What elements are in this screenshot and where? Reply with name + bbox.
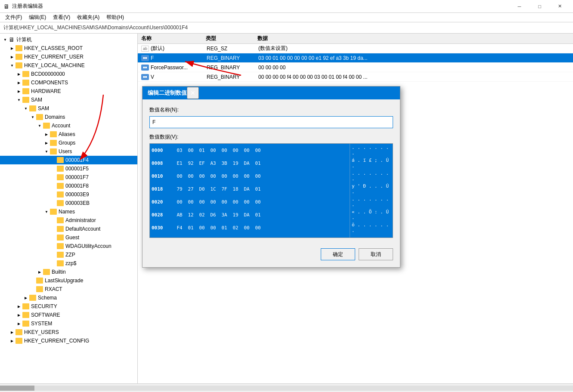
- tree-item-names[interactable]: Names: [0, 207, 137, 216]
- tree-label-wdag: WDAGUtilityAccoun: [65, 243, 112, 249]
- reg-name-f: F: [151, 55, 207, 61]
- tree-item-default-account[interactable]: DefaultAccount: [0, 225, 137, 233]
- reg-icon-v: ■■: [141, 74, 149, 80]
- reg-row-forcepass[interactable]: ■■ ForcePasswor... REG_BINARY 00 00 00 0…: [138, 63, 573, 72]
- hex-ascii-0030: ô . . . . . . .: [350, 221, 393, 234]
- menu-bar: 文件(F) 编辑(E) 查看(V) 收藏夹(A) 帮助(H): [0, 13, 573, 22]
- tree-item-hkcu[interactable]: HKEY_CURRENT_USER: [0, 52, 137, 61]
- tree-item-bcd[interactable]: BCD00000000: [0, 70, 137, 78]
- tree-item-security[interactable]: SECURITY: [0, 302, 137, 311]
- tree-arrow-user-1f7: [50, 174, 57, 181]
- tree-arrow-account: [36, 122, 43, 129]
- tree-arrow-computer: [2, 36, 9, 43]
- tree-item-components[interactable]: COMPONENTS: [0, 78, 137, 87]
- folder-icon-names: [50, 209, 57, 215]
- tree-item-hkcr[interactable]: HKEY_CLASSES_ROOT: [0, 44, 137, 52]
- maximize-button[interactable]: □: [530, 0, 549, 13]
- minimize-button[interactable]: ─: [510, 0, 529, 13]
- reg-row-default[interactable]: ab (默认) REG_SZ (数值未设置): [138, 44, 573, 53]
- close-button[interactable]: ✕: [550, 0, 570, 13]
- tree-item-user-1f8[interactable]: 000001F8: [0, 182, 137, 190]
- dialog-close-button[interactable]: ✕: [187, 87, 199, 99]
- hex-row-0018[interactable]: 0018 7927D01C 7F18DA01 y ' Ð . . . Ú .: [150, 182, 393, 195]
- menu-view[interactable]: 查看(V): [50, 13, 74, 22]
- tree-item-zzp2[interactable]: zzp$: [0, 259, 137, 268]
- hex-row-0030[interactable]: 0030 F4010000 01020000 ô . . . . . . .: [150, 221, 393, 234]
- tree-item-domains[interactable]: Domains: [0, 113, 137, 121]
- tree-arrow-aliases: [43, 131, 50, 138]
- hex-row-0028[interactable]: 0028 AB1202D6 3A19DA01 « . . Ö : . Ú .: [150, 208, 393, 221]
- tree-item-hkcc[interactable]: HKEY_CURRENT_CONFIG: [0, 336, 137, 345]
- folder-icon-schema: [29, 295, 36, 301]
- hex-row-0020[interactable]: 0020 00000000 00000000 . . . . . . . .: [150, 195, 393, 208]
- tree-arrow-user-3eb: [50, 200, 57, 207]
- menu-help[interactable]: 帮助(H): [103, 13, 127, 22]
- col-header-data: 数据: [257, 35, 570, 42]
- menu-file[interactable]: 文件(F): [2, 13, 25, 22]
- tree-item-rxact[interactable]: RXACT: [0, 285, 137, 293]
- reg-row-v[interactable]: ■■ V REG_BINARY 00 00 00 00 f4 00 00 00 …: [138, 72, 573, 82]
- scrollbar-track[interactable]: [0, 386, 573, 391]
- tree-item-sam-inner[interactable]: SAM: [0, 104, 137, 113]
- folder-icon-sam-top: [22, 97, 29, 103]
- tree-item-guest[interactable]: Guest: [0, 233, 137, 242]
- registry-header: 名称 类型 数据: [138, 34, 573, 44]
- tree-arrow-builtin: [36, 269, 43, 275]
- tree-item-software[interactable]: SOFTWARE: [0, 311, 137, 319]
- hex-row-0010[interactable]: 0010 00000000 00000000 . . . . . . . .: [150, 170, 393, 182]
- menu-edit[interactable]: 编辑(E): [25, 13, 50, 22]
- reg-row-f[interactable]: ■■ F REG_BINARY 03 00 01 00 00 00 00 00 …: [138, 53, 573, 63]
- tree-item-user-1f7[interactable]: 000001F7: [0, 173, 137, 182]
- tree-panel[interactable]: 🖥 计算机 HKEY_CLASSES_ROOT HKEY_CURRENT_USE…: [0, 34, 138, 383]
- tree-arrow-rxact: [29, 286, 36, 293]
- col-header-name: 名称: [141, 35, 206, 42]
- tree-item-aliases[interactable]: Aliases: [0, 130, 137, 139]
- tree-item-administrator[interactable]: Administrator: [0, 216, 137, 225]
- tree-arrow-administrator: [50, 217, 57, 224]
- tree-item-hklm[interactable]: HKEY_LOCAL_MACHINE: [0, 61, 137, 70]
- scrollbar-area[interactable]: [0, 383, 573, 392]
- folder-icon-security: [22, 303, 29, 309]
- folder-icon-hkcr: [15, 45, 22, 51]
- tree-item-builtin[interactable]: Builtin: [0, 268, 137, 276]
- hex-addr-0010: 0010: [150, 173, 171, 180]
- tree-label-default-account: DefaultAccount: [65, 226, 100, 232]
- tree-item-computer[interactable]: 🖥 计算机: [0, 35, 137, 44]
- reg-data-default: (数值未设置): [258, 45, 570, 52]
- tree-item-lastsku[interactable]: LastSkuUpgrade: [0, 276, 137, 285]
- tree-item-user-1f5[interactable]: 000001F5: [0, 164, 137, 173]
- hex-bytes-0020: 00000000 00000000: [171, 198, 350, 206]
- tree-item-sam-top[interactable]: SAM: [0, 96, 137, 104]
- tree-item-hardware[interactable]: HARDWARE: [0, 87, 137, 96]
- tree-item-zzp[interactable]: ZZP: [0, 250, 137, 259]
- tree-item-user-3e9[interactable]: 000003E9: [0, 190, 137, 199]
- hex-row-0008[interactable]: 0008 E192EFA3 3B19DA01 á . ï £ ; . Ú .: [150, 157, 393, 170]
- cancel-button[interactable]: 取消: [359, 248, 393, 260]
- confirm-button[interactable]: 确定: [321, 248, 355, 260]
- dialog-name-input[interactable]: [149, 116, 393, 128]
- tree-item-users[interactable]: Users: [0, 147, 137, 156]
- tree-item-user-3eb[interactable]: 000003EB: [0, 199, 137, 207]
- scrollbar-thumb[interactable]: [0, 386, 34, 391]
- tree-item-account[interactable]: Account: [0, 121, 137, 130]
- tree-label-zzp: ZZP: [65, 252, 75, 258]
- edit-binary-dialog[interactable]: 编辑二进制数值 ✕ 数值名称(N): 数值数据(V): 0000 0300010…: [142, 86, 400, 268]
- tree-item-groups[interactable]: Groups: [0, 139, 137, 147]
- tree-item-schema[interactable]: Schema: [0, 293, 137, 302]
- tree-label-hku: HKEY_USERS: [24, 329, 59, 335]
- tree-item-wdag[interactable]: WDAGUtilityAccoun: [0, 242, 137, 250]
- reg-data-forcepass: 00 00 00 00: [258, 65, 570, 71]
- tree-label-user-3e9: 000003E9: [65, 191, 89, 198]
- hex-row-0000[interactable]: 0000 03000100 00000000 . . . . . . . .: [150, 144, 393, 157]
- tree-item-user-1f4[interactable]: 000001F4: [0, 156, 137, 164]
- tree-item-hku[interactable]: HKEY_USERS: [0, 328, 137, 336]
- hex-row-0038[interactable]: 0038 10020000 00000000 . . . . . . . .: [150, 234, 393, 238]
- tree-item-system[interactable]: SYSTEM: [0, 319, 137, 328]
- tree-label-hardware: HARDWARE: [31, 88, 61, 94]
- menu-favorites[interactable]: 收藏夹(A): [74, 13, 103, 22]
- hex-editor[interactable]: 0000 03000100 00000000 . . . . . . . . 0…: [149, 143, 393, 238]
- tree-label-system: SYSTEM: [31, 321, 52, 327]
- tree-label-bcd: BCD00000000: [31, 71, 65, 77]
- folder-icon-default-account: [57, 226, 64, 232]
- tree-label-software: SOFTWARE: [31, 312, 60, 318]
